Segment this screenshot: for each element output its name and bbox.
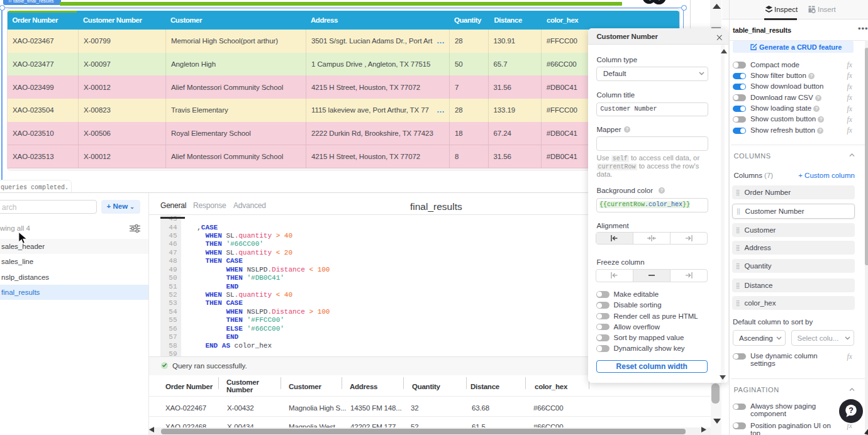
svg-text:?: ? — [849, 406, 854, 415]
